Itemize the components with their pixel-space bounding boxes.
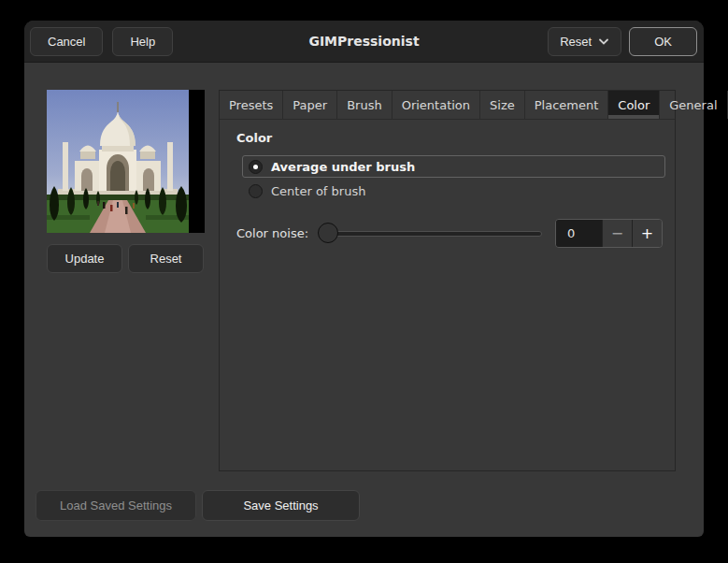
color-panel: Color Average under brush Center of brus… xyxy=(220,120,675,470)
header-reset-button[interactable]: Reset xyxy=(548,27,621,56)
settings-notebook: Presets Paper Brush Orientation Size Pla… xyxy=(219,90,676,471)
tab-general[interactable]: General xyxy=(660,91,727,119)
decrement-button[interactable]: − xyxy=(602,220,632,247)
taj-mahal-illustration xyxy=(47,90,189,233)
preview-image xyxy=(47,90,205,233)
tab-paper[interactable]: Paper xyxy=(283,91,337,119)
ok-button[interactable]: OK xyxy=(629,27,697,56)
increment-button[interactable]: + xyxy=(632,220,662,247)
header-reset-label: Reset xyxy=(560,35,592,49)
tab-color[interactable]: Color xyxy=(608,91,660,119)
preview-reset-button[interactable]: Reset xyxy=(128,244,204,273)
color-section-heading: Color xyxy=(236,131,272,145)
gimpressionist-dialog: Cancel Help GIMPressionist Reset OK xyxy=(24,21,704,537)
load-saved-settings-button[interactable]: Load Saved Settings xyxy=(36,490,196,521)
slider-track[interactable] xyxy=(327,231,542,237)
header-left-group: Cancel Help xyxy=(30,27,173,56)
update-button[interactable]: Update xyxy=(47,244,122,273)
tab-presets[interactable]: Presets xyxy=(220,91,283,119)
radio-average-under-brush[interactable]: Average under brush xyxy=(242,155,665,178)
tab-size[interactable]: Size xyxy=(480,91,525,119)
radio-center-label: Center of brush xyxy=(271,184,365,198)
save-settings-button[interactable]: Save Settings xyxy=(202,490,360,521)
cancel-button[interactable]: Cancel xyxy=(30,27,103,56)
tab-orientation[interactable]: Orientation xyxy=(393,91,480,119)
tab-placement[interactable]: Placement xyxy=(525,91,609,119)
slider-handle[interactable] xyxy=(318,223,338,243)
radio-selected-icon xyxy=(249,160,263,174)
radio-average-label: Average under brush xyxy=(271,160,415,174)
header-bar: Cancel Help GIMPressionist Reset OK xyxy=(24,21,704,63)
radio-center-of-brush[interactable]: Center of brush xyxy=(242,180,665,201)
chevron-down-icon xyxy=(598,38,609,46)
header-right-group: Reset OK xyxy=(548,27,697,56)
color-noise-spinbox: 0 − + xyxy=(555,219,663,248)
color-noise-value-field[interactable]: 0 xyxy=(556,220,602,247)
radio-unselected-icon xyxy=(249,184,263,198)
color-noise-label: Color noise: xyxy=(236,226,308,240)
tab-strip: Presets Paper Brush Orientation Size Pla… xyxy=(220,91,675,120)
color-noise-row: Color noise: 0 − + xyxy=(236,219,663,248)
tab-brush[interactable]: Brush xyxy=(337,91,393,119)
help-button[interactable]: Help xyxy=(112,27,173,56)
color-noise-slider[interactable] xyxy=(318,219,546,248)
